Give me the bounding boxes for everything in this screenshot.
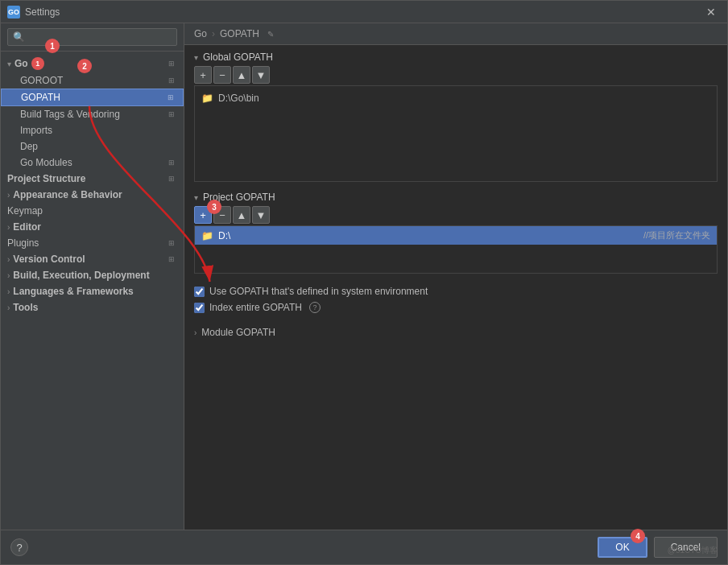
global-path-value: D:\Go\bin xyxy=(218,93,259,104)
sidebar-item-build-tags-label: Build Tags & Vendoring xyxy=(20,109,120,120)
sidebar-item-goroot-label: GOROOT xyxy=(20,75,63,86)
breadcrumb-go: Go xyxy=(194,28,207,39)
sidebar-item-tools[interactable]: › Tools xyxy=(1,299,184,315)
expand-arrow-editor: › xyxy=(7,223,10,232)
global-add-btn[interactable]: + xyxy=(194,66,212,84)
project-down-btn[interactable]: ▼ xyxy=(252,206,270,224)
sidebar-item-tools-label: Tools xyxy=(13,302,38,313)
folder-icon-2: 📁 xyxy=(201,230,213,241)
sidebar-item-plugins[interactable]: Plugins ⊞ xyxy=(1,235,184,251)
title-bar: GO Settings ✕ xyxy=(1,1,727,23)
watermark: @51CTO博客 xyxy=(668,545,718,556)
sidebar-item-go[interactable]: ▾ Go 1 ⊞ xyxy=(1,55,184,72)
step-badge-4: 4 xyxy=(631,529,645,543)
global-gopath-header: ▾ Global GOPATH xyxy=(194,52,718,63)
step-badge-1: 1 xyxy=(45,39,60,53)
step-badge-3: 3 xyxy=(207,200,221,214)
close-button[interactable]: ✕ xyxy=(701,4,721,20)
title-text: Settings xyxy=(25,6,701,18)
checkbox-section: Use GOPATH that's defined in system envi… xyxy=(194,283,718,315)
vc-ext-icon: ⊞ xyxy=(166,254,177,265)
sidebar-item-gopath[interactable]: GOPATH ⊞ xyxy=(1,89,184,106)
build-tags-ext-icon: ⊞ xyxy=(166,109,177,120)
project-gopath-section: ▾ Project GOPATH + − ▲ ▼ 3 📁 xyxy=(194,192,718,274)
global-gopath-arrow: ▾ xyxy=(194,53,198,62)
plugins-ext-icon: ⊞ xyxy=(166,237,177,249)
index-entire-checkbox[interactable] xyxy=(194,303,205,313)
sidebar-item-vc-label: Version Control xyxy=(13,254,85,265)
global-up-btn[interactable]: ▲ xyxy=(233,66,250,84)
sidebar-item-build[interactable]: › Build, Execution, Deployment xyxy=(1,267,184,283)
project-gopath-header: ▾ Project GOPATH xyxy=(194,192,718,203)
breadcrumb: Go › GOPATH ✎ xyxy=(184,23,727,45)
use-env-checkbox[interactable] xyxy=(194,287,205,297)
breadcrumb-sep: › xyxy=(212,28,215,39)
sidebar-item-plugins-label: Plugins xyxy=(7,237,39,249)
go-ext-icon: ⊞ xyxy=(166,58,177,69)
main-body: ▾ Global GOPATH + − ▲ ▼ 📁 D:\Go\bin xyxy=(184,45,727,530)
step-badge-2: 2 xyxy=(77,59,92,73)
footer: ? 4 OK Cancel xyxy=(1,530,727,564)
expand-arrow-vc: › xyxy=(7,255,10,264)
module-gopath-row[interactable]: › Module GOPATH xyxy=(194,325,718,340)
project-structure-ext-icon: ⊞ xyxy=(166,173,177,184)
project-path-row-0[interactable]: 📁 D:\ //项目所在文件夹 xyxy=(195,226,717,245)
sidebar-item-appearance[interactable]: › Appearance & Behavior xyxy=(1,187,184,203)
use-env-label: Use GOPATH that's defined in system envi… xyxy=(209,286,428,297)
sidebar-item-version-control[interactable]: › Version Control ⊞ xyxy=(1,251,184,267)
go-modules-ext-icon: ⊞ xyxy=(166,157,177,168)
sidebar-item-dep[interactable]: Dep xyxy=(1,138,184,155)
global-down-btn[interactable]: ▼ xyxy=(252,66,270,84)
sidebar-item-imports[interactable]: Imports xyxy=(1,122,184,138)
sidebar-item-dep-label: Dep xyxy=(20,141,38,152)
sidebar-item-editor[interactable]: › Editor xyxy=(1,219,184,235)
nav-tree: ▾ Go 1 ⊞ GOROOT ⊞ GOPATH ⊞ Build Tag xyxy=(1,52,184,530)
global-gopath-label: Global GOPATH xyxy=(203,52,273,63)
breadcrumb-gopath: GOPATH xyxy=(220,28,259,39)
sidebar-item-keymap[interactable]: Keymap xyxy=(1,203,184,219)
project-gopath-arrow: ▾ xyxy=(194,193,198,202)
sidebar-item-build-tags[interactable]: Build Tags & Vendoring ⊞ xyxy=(1,106,184,122)
expand-arrow-go: ▾ xyxy=(7,60,11,68)
checkbox-index-entire: Index entire GOPATH ? xyxy=(194,299,718,315)
expand-arrow-build: › xyxy=(7,271,10,280)
sidebar-item-goroot[interactable]: GOROOT ⊞ xyxy=(1,72,184,89)
sidebar-item-keymap-label: Keymap xyxy=(7,205,43,217)
module-gopath-arrow: › xyxy=(194,328,196,337)
module-gopath-label: Module GOPATH xyxy=(201,327,275,338)
project-gopath-toolbar: + − ▲ ▼ 3 xyxy=(194,206,718,224)
settings-dialog: GO Settings ✕ ▾ Go 1 ⊞ GOROOT ⊞ xyxy=(0,0,728,565)
global-gopath-section: ▾ Global GOPATH + − ▲ ▼ 📁 D:\Go\bin xyxy=(194,52,718,182)
sidebar-item-appearance-label: Appearance & Behavior xyxy=(13,189,122,200)
sidebar-item-project-structure[interactable]: Project Structure ⊞ xyxy=(1,171,184,187)
project-gopath-list: 📁 D:\ //项目所在文件夹 xyxy=(194,225,718,274)
sidebar-item-languages[interactable]: › Languages & Frameworks xyxy=(1,283,184,299)
sidebar-item-editor-label: Editor xyxy=(13,221,41,233)
search-input[interactable] xyxy=(7,28,177,46)
footer-help-btn[interactable]: ? xyxy=(10,538,28,556)
sidebar-item-go-modules-label: Go Modules xyxy=(20,157,72,168)
sidebar-item-build-label: Build, Execution, Deployment xyxy=(13,270,149,281)
breadcrumb-edit-icon[interactable]: ✎ xyxy=(267,30,274,39)
sidebar-item-project-structure-label: Project Structure xyxy=(7,173,85,184)
expand-arrow-appearance: › xyxy=(7,191,10,200)
goroot-ext-icon: ⊞ xyxy=(166,75,177,86)
folder-icon: 📁 xyxy=(201,93,213,104)
gopath-ext-icon: ⊞ xyxy=(165,92,176,103)
sidebar-item-go-modules[interactable]: Go Modules ⊞ xyxy=(1,155,184,171)
global-remove-btn[interactable]: − xyxy=(213,66,231,84)
index-entire-label: Index entire GOPATH xyxy=(209,302,302,313)
main-content: Go › GOPATH ✎ ▾ Global GOPATH + − ▲ ▼ xyxy=(184,23,727,530)
sidebar-item-imports-label: Imports xyxy=(20,125,52,136)
sidebar-item-languages-label: Languages & Frameworks xyxy=(13,286,133,297)
checkbox-use-env: Use GOPATH that's defined in system envi… xyxy=(194,283,718,299)
go-badge-1: 1 xyxy=(31,57,44,70)
project-up-btn[interactable]: ▲ xyxy=(233,206,250,224)
project-path-comment: //项目所在文件夹 xyxy=(643,229,710,241)
sidebar: ▾ Go 1 ⊞ GOROOT ⊞ GOPATH ⊞ Build Tag xyxy=(1,23,184,530)
expand-arrow-tools: › xyxy=(7,303,10,312)
global-gopath-list: 📁 D:\Go\bin xyxy=(194,85,718,182)
global-path-row-0[interactable]: 📁 D:\Go\bin xyxy=(195,89,717,107)
app-icon: GO xyxy=(7,6,20,19)
help-icon-index[interactable]: ? xyxy=(309,302,321,313)
